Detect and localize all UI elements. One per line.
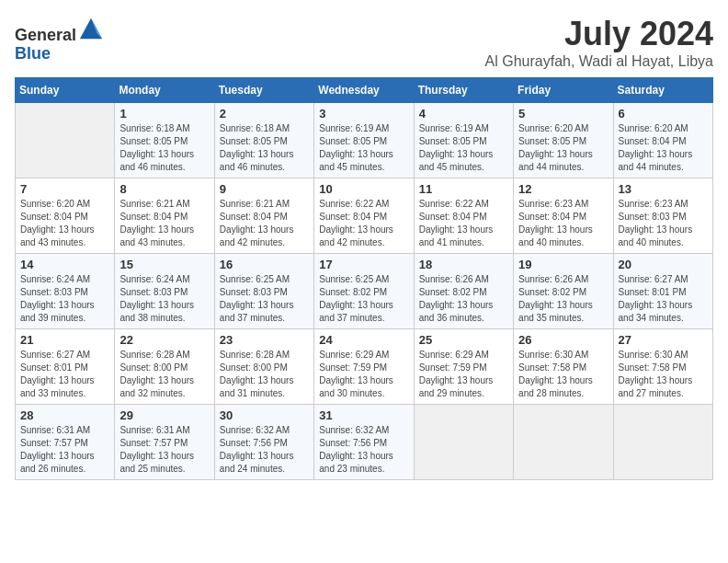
day-number: 16 xyxy=(220,258,309,271)
day-number: 20 xyxy=(619,258,708,271)
day-number: 4 xyxy=(419,107,508,121)
day-number: 26 xyxy=(518,333,608,347)
day-info: Sunrise: 6:21 AMSunset: 8:04 PMDaylight:… xyxy=(220,198,309,249)
calendar-cell: 20Sunrise: 6:27 AMSunset: 8:01 PMDayligh… xyxy=(613,254,712,329)
calendar-cell: 22Sunrise: 6:28 AMSunset: 8:00 PMDayligh… xyxy=(115,329,214,405)
day-number: 9 xyxy=(220,182,309,196)
calendar-cell: 13Sunrise: 6:23 AMSunset: 8:03 PMDayligh… xyxy=(613,178,712,254)
calendar-week-row: 14Sunrise: 6:24 AMSunset: 8:03 PMDayligh… xyxy=(16,254,713,329)
day-number: 15 xyxy=(119,258,209,271)
calendar-week-row: 28Sunrise: 6:31 AMSunset: 7:57 PMDayligh… xyxy=(16,405,713,480)
calendar-cell: 8Sunrise: 6:21 AMSunset: 8:04 PMDaylight… xyxy=(115,178,214,254)
logo-blue: Blue xyxy=(15,44,51,63)
day-number: 21 xyxy=(20,333,109,347)
day-number: 25 xyxy=(419,333,508,347)
day-number: 17 xyxy=(319,258,408,271)
page-header: General Blue July 2024 Al Ghurayfah, Wad… xyxy=(15,15,713,70)
day-number: 19 xyxy=(518,258,608,271)
day-number: 27 xyxy=(619,333,708,347)
day-info: Sunrise: 6:29 AMSunset: 7:59 PMDaylight:… xyxy=(319,349,408,400)
calendar-cell: 6Sunrise: 6:20 AMSunset: 8:04 PMDaylight… xyxy=(613,103,712,178)
weekday-header: Monday xyxy=(115,78,214,103)
day-info: Sunrise: 6:23 AMSunset: 8:04 PMDaylight:… xyxy=(518,198,608,249)
day-number: 14 xyxy=(20,258,109,271)
calendar-cell: 24Sunrise: 6:29 AMSunset: 7:59 PMDayligh… xyxy=(314,329,414,405)
day-number: 12 xyxy=(518,182,608,196)
weekday-header: Wednesday xyxy=(314,78,414,103)
day-info: Sunrise: 6:19 AMSunset: 8:05 PMDaylight:… xyxy=(419,122,508,174)
calendar-cell: 1Sunrise: 6:18 AMSunset: 8:05 PMDaylight… xyxy=(115,103,214,178)
day-number: 13 xyxy=(619,182,708,196)
day-info: Sunrise: 6:24 AMSunset: 8:03 PMDaylight:… xyxy=(119,273,209,325)
calendar-cell: 14Sunrise: 6:24 AMSunset: 8:03 PMDayligh… xyxy=(16,254,115,329)
day-info: Sunrise: 6:21 AMSunset: 8:04 PMDaylight:… xyxy=(119,198,209,249)
calendar-cell: 7Sunrise: 6:20 AMSunset: 8:04 PMDaylight… xyxy=(16,178,115,254)
calendar-cell: 16Sunrise: 6:25 AMSunset: 8:03 PMDayligh… xyxy=(214,254,313,329)
weekday-header: Tuesday xyxy=(214,78,313,103)
day-info: Sunrise: 6:26 AMSunset: 8:02 PMDaylight:… xyxy=(518,273,608,325)
calendar-cell: 15Sunrise: 6:24 AMSunset: 8:03 PMDayligh… xyxy=(115,254,214,329)
calendar-cell: 2Sunrise: 6:18 AMSunset: 8:05 PMDaylight… xyxy=(214,103,313,178)
calendar-week-row: 21Sunrise: 6:27 AMSunset: 8:01 PMDayligh… xyxy=(16,329,713,405)
day-info: Sunrise: 6:25 AMSunset: 8:02 PMDaylight:… xyxy=(319,273,408,325)
day-info: Sunrise: 6:30 AMSunset: 7:58 PMDaylight:… xyxy=(619,349,708,400)
day-info: Sunrise: 6:18 AMSunset: 8:05 PMDaylight:… xyxy=(119,122,209,174)
day-number: 10 xyxy=(319,182,408,196)
day-info: Sunrise: 6:27 AMSunset: 8:01 PMDaylight:… xyxy=(619,273,708,325)
calendar-week-row: 1Sunrise: 6:18 AMSunset: 8:05 PMDaylight… xyxy=(16,103,713,178)
calendar-cell xyxy=(414,405,513,480)
day-info: Sunrise: 6:30 AMSunset: 7:58 PMDaylight:… xyxy=(518,349,608,400)
day-number: 11 xyxy=(419,182,508,196)
calendar-table: SundayMondayTuesdayWednesdayThursdayFrid… xyxy=(15,77,713,480)
calendar-cell: 19Sunrise: 6:26 AMSunset: 8:02 PMDayligh… xyxy=(514,254,613,329)
logo-general: General xyxy=(15,26,76,44)
logo-icon xyxy=(78,15,104,40)
day-info: Sunrise: 6:26 AMSunset: 8:02 PMDaylight:… xyxy=(419,273,508,325)
day-info: Sunrise: 6:31 AMSunset: 7:57 PMDaylight:… xyxy=(119,424,209,476)
calendar-cell: 9Sunrise: 6:21 AMSunset: 8:04 PMDaylight… xyxy=(214,178,313,254)
day-info: Sunrise: 6:31 AMSunset: 7:57 PMDaylight:… xyxy=(20,424,109,476)
logo: General Blue xyxy=(15,15,104,63)
weekday-header-row: SundayMondayTuesdayWednesdayThursdayFrid… xyxy=(16,78,713,103)
day-number: 6 xyxy=(619,107,708,121)
day-info: Sunrise: 6:20 AMSunset: 8:04 PMDaylight:… xyxy=(20,198,109,249)
calendar-cell: 10Sunrise: 6:22 AMSunset: 8:04 PMDayligh… xyxy=(314,178,414,254)
day-info: Sunrise: 6:28 AMSunset: 8:00 PMDaylight:… xyxy=(119,349,209,400)
calendar-cell: 5Sunrise: 6:20 AMSunset: 8:05 PMDaylight… xyxy=(514,103,613,178)
calendar-cell: 27Sunrise: 6:30 AMSunset: 7:58 PMDayligh… xyxy=(613,329,712,405)
calendar-cell: 3Sunrise: 6:19 AMSunset: 8:05 PMDaylight… xyxy=(314,103,414,178)
calendar-cell: 4Sunrise: 6:19 AMSunset: 8:05 PMDaylight… xyxy=(414,103,513,178)
location-title: Al Ghurayfah, Wadi al Hayat, Libya xyxy=(485,53,713,70)
day-info: Sunrise: 6:32 AMSunset: 7:56 PMDaylight:… xyxy=(220,424,309,476)
day-info: Sunrise: 6:19 AMSunset: 8:05 PMDaylight:… xyxy=(319,122,408,174)
weekday-header: Sunday xyxy=(16,78,115,103)
month-title: July 2024 xyxy=(485,15,713,53)
day-number: 5 xyxy=(518,107,608,121)
day-info: Sunrise: 6:20 AMSunset: 8:04 PMDaylight:… xyxy=(619,122,708,174)
day-number: 22 xyxy=(119,333,209,347)
day-info: Sunrise: 6:24 AMSunset: 8:03 PMDaylight:… xyxy=(20,273,109,325)
day-info: Sunrise: 6:22 AMSunset: 8:04 PMDaylight:… xyxy=(419,198,508,249)
calendar-cell xyxy=(514,405,613,480)
day-number: 29 xyxy=(119,408,209,422)
weekday-header: Friday xyxy=(514,78,613,103)
calendar-cell: 26Sunrise: 6:30 AMSunset: 7:58 PMDayligh… xyxy=(514,329,613,405)
day-number: 28 xyxy=(20,408,109,422)
calendar-cell xyxy=(613,405,712,480)
calendar-cell: 21Sunrise: 6:27 AMSunset: 8:01 PMDayligh… xyxy=(16,329,115,405)
weekday-header: Saturday xyxy=(613,78,712,103)
day-number: 7 xyxy=(20,182,109,196)
day-number: 24 xyxy=(319,333,408,347)
calendar-cell: 12Sunrise: 6:23 AMSunset: 8:04 PMDayligh… xyxy=(514,178,613,254)
day-info: Sunrise: 6:18 AMSunset: 8:05 PMDaylight:… xyxy=(220,122,309,174)
day-number: 3 xyxy=(319,107,408,121)
calendar-week-row: 7Sunrise: 6:20 AMSunset: 8:04 PMDaylight… xyxy=(16,178,713,254)
day-info: Sunrise: 6:28 AMSunset: 8:00 PMDaylight:… xyxy=(220,349,309,400)
day-number: 18 xyxy=(419,258,508,271)
day-number: 8 xyxy=(119,182,209,196)
day-number: 1 xyxy=(119,107,209,121)
calendar-cell: 17Sunrise: 6:25 AMSunset: 8:02 PMDayligh… xyxy=(314,254,414,329)
day-info: Sunrise: 6:32 AMSunset: 7:56 PMDaylight:… xyxy=(319,424,408,476)
calendar-cell: 30Sunrise: 6:32 AMSunset: 7:56 PMDayligh… xyxy=(214,405,313,480)
day-number: 2 xyxy=(220,107,309,121)
